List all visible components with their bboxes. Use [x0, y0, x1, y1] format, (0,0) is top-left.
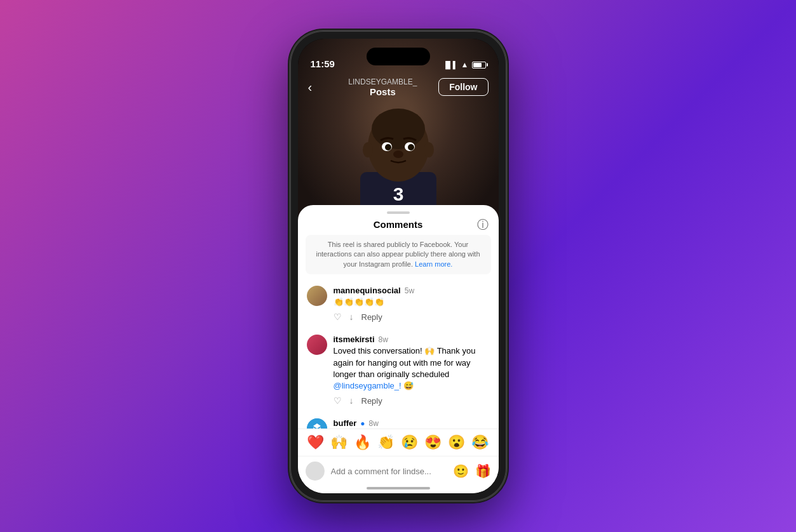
dynamic-island — [367, 48, 430, 65]
battery-icon — [472, 62, 486, 69]
nav-center: LINDSEYGAMBLE_ Posts — [327, 77, 439, 97]
like-button[interactable]: ♡ — [334, 396, 342, 406]
avatar — [307, 335, 327, 355]
comment-content: buffer ● 8w Thanks so much for joining u… — [334, 418, 490, 429]
comment-time: 8w — [369, 419, 379, 428]
comment-header: mannequinsocial 5w — [334, 286, 490, 295]
volume-up-button — [288, 130, 290, 161]
comment-item: mannequinsocial 5w 👏👏👏👏👏 ♡ ↓ Reply — [307, 279, 490, 328]
nav-bar: ‹ LINDSEYGAMBLE_ Posts Follow — [298, 73, 499, 101]
phone-device: 3 — [290, 31, 506, 501]
emoji-raised-hands[interactable]: 🙌 — [330, 434, 347, 451]
comments-list: mannequinsocial 5w 👏👏👏👏👏 ♡ ↓ Reply — [298, 279, 499, 429]
comment-username: mannequinsocial — [334, 286, 401, 295]
mention[interactable]: @lindseygamble_! — [334, 381, 401, 390]
svg-point-7 — [385, 144, 391, 150]
sheet-header: Comments ⓘ — [298, 214, 499, 235]
downvote-button[interactable]: ↓ — [349, 396, 354, 406]
emoji-fire[interactable]: 🔥 — [354, 434, 371, 451]
comments-sheet: Comments ⓘ This reel is shared publicly … — [298, 205, 499, 493]
comment-item: buffer ● 8w Thanks so much for joining u… — [307, 412, 490, 429]
comment-time: 5w — [405, 286, 414, 295]
svg-point-8 — [408, 144, 414, 150]
emoji-wow[interactable]: 😮 — [448, 434, 465, 451]
down-icon: ↓ — [349, 312, 354, 322]
emoji-clap[interactable]: 👏 — [377, 434, 395, 451]
comment-time: 8w — [379, 335, 388, 344]
avatar — [307, 286, 327, 306]
status-icons: ▐▌▌ ▲ — [443, 60, 485, 69]
mute-button — [288, 101, 290, 120]
comment-text: Loved this conversation! 🙌 Thank you aga… — [334, 345, 490, 392]
downvote-button[interactable]: ↓ — [349, 312, 354, 322]
like-button[interactable]: ♡ — [334, 312, 342, 322]
reply-button[interactable]: Reply — [361, 396, 382, 406]
verified-icon: ● — [360, 419, 365, 428]
reply-button[interactable]: Reply — [361, 312, 382, 322]
comments-title: Comments — [374, 219, 423, 230]
comment-actions: ♡ ↓ Reply — [334, 396, 490, 406]
emoji-picker-button[interactable]: 🙂 — [453, 463, 469, 479]
avatar — [307, 418, 327, 429]
comment-header: itsmekirsti 8w — [334, 335, 490, 344]
buffer-logo — [307, 418, 327, 429]
heart-icon: ♡ — [334, 312, 342, 322]
user-avatar — [306, 462, 325, 481]
emoji-heart[interactable]: ❤️ — [307, 434, 324, 451]
volume-down-button — [288, 168, 290, 199]
home-indicator — [367, 487, 430, 489]
facebook-notice: This reel is shared publicly to Facebook… — [306, 235, 491, 274]
info-icon[interactable]: ⓘ — [477, 217, 489, 232]
comment-content: mannequinsocial 5w 👏👏👏👏👏 ♡ ↓ Reply — [334, 286, 490, 322]
svg-point-4 — [372, 109, 425, 149]
emoji-bar: ❤️ 🙌 🔥 👏 😢 😍 😮 😂 — [298, 429, 499, 456]
back-button[interactable]: ‹ — [308, 80, 327, 95]
comment-actions: ♡ ↓ Reply — [334, 312, 490, 322]
wifi-icon: ▲ — [461, 60, 469, 69]
emoji-laughing[interactable]: 😂 — [471, 434, 489, 451]
comment-header: buffer ● 8w — [334, 418, 490, 428]
phone-screen: 3 — [298, 39, 499, 493]
nav-title: Posts — [327, 86, 439, 97]
svg-text:3: 3 — [393, 183, 403, 204]
comment-username: buffer — [334, 418, 357, 428]
signal-icon: ▐▌▌ — [443, 61, 457, 69]
emoji-heart-eyes[interactable]: 😍 — [424, 434, 442, 451]
comment-item: itsmekirsti 8w Loved this conversation! … — [307, 328, 490, 412]
follow-button[interactable]: Follow — [438, 78, 488, 96]
comment-text: 👏👏👏👏👏 — [334, 296, 490, 308]
down-icon: ↓ — [349, 396, 354, 406]
comment-content: itsmekirsti 8w Loved this conversation! … — [334, 335, 490, 406]
face-illustration: 3 — [347, 83, 449, 210]
emoji-cry[interactable]: 😢 — [401, 434, 418, 451]
power-button — [506, 120, 509, 158]
svg-point-10 — [363, 142, 373, 157]
heart-icon: ♡ — [334, 396, 342, 406]
comment-input[interactable] — [331, 467, 447, 476]
learn-more-link[interactable]: Learn more. — [415, 260, 452, 268]
comment-username: itsmekirsti — [334, 335, 375, 344]
gift-button[interactable]: 🎁 — [475, 463, 491, 479]
profile-username-label: LINDSEYGAMBLE_ — [327, 77, 439, 86]
svg-point-11 — [424, 142, 434, 157]
svg-point-9 — [393, 150, 403, 158]
facebook-notice-text: This reel is shared publicly to Facebook… — [316, 241, 480, 268]
